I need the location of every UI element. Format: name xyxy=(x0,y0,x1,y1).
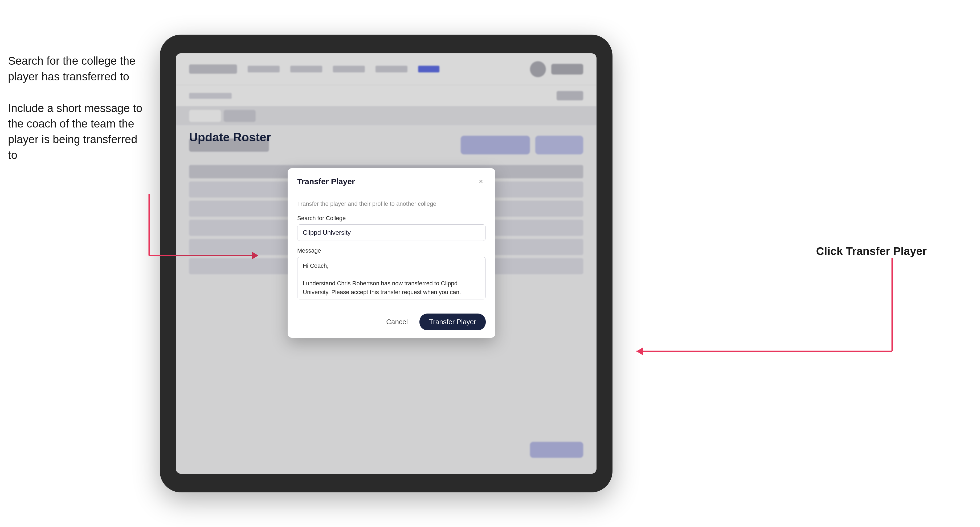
ipad-screen: Update Roster Transfer Player × Transfer… xyxy=(176,53,597,474)
annotation-click-bold: Transfer Player xyxy=(846,245,927,257)
close-icon: × xyxy=(479,177,483,186)
transfer-player-modal: Transfer Player × Transfer the player an… xyxy=(288,168,495,338)
message-textarea[interactable]: Hi Coach, I understand Chris Robertson h… xyxy=(297,257,486,300)
close-button[interactable]: × xyxy=(476,177,486,186)
modal-body: Transfer the player and their profile to… xyxy=(288,193,495,308)
ipad-device: Update Roster Transfer Player × Transfer… xyxy=(160,35,612,492)
modal-footer: Cancel Transfer Player xyxy=(288,308,495,338)
cancel-button[interactable]: Cancel xyxy=(381,314,413,329)
modal-subtitle: Transfer the player and their profile to… xyxy=(297,200,486,207)
modal-title: Transfer Player xyxy=(297,177,355,186)
annotation-search-text: Search for the college the player has tr… xyxy=(8,53,146,85)
svg-marker-5 xyxy=(636,347,643,355)
modal-overlay: Transfer Player × Transfer the player an… xyxy=(176,53,597,474)
annotation-search: Search for the college the player has tr… xyxy=(8,53,146,179)
annotation-click: Click Transfer Player xyxy=(816,245,927,258)
search-college-label: Search for College xyxy=(297,215,486,222)
modal-header: Transfer Player × xyxy=(288,168,495,193)
annotation-click-prefix: Click xyxy=(816,245,846,257)
annotation-message-text: Include a short message to the coach of … xyxy=(8,101,146,163)
search-college-input[interactable] xyxy=(297,224,486,241)
message-label: Message xyxy=(297,247,486,254)
transfer-player-button[interactable]: Transfer Player xyxy=(419,314,486,330)
